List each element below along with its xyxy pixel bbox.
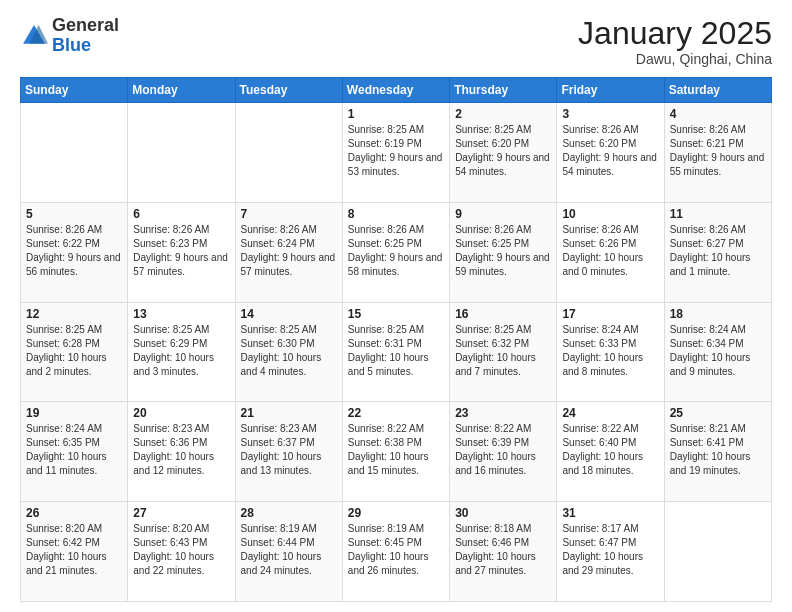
day-cell: 2Sunrise: 8:25 AM Sunset: 6:20 PM Daylig… [450,103,557,203]
day-number: 3 [562,107,658,121]
day-cell: 5Sunrise: 8:26 AM Sunset: 6:22 PM Daylig… [21,202,128,302]
day-number: 13 [133,307,229,321]
day-info: Sunrise: 8:24 AM Sunset: 6:33 PM Dayligh… [562,323,658,379]
day-info: Sunrise: 8:19 AM Sunset: 6:45 PM Dayligh… [348,522,444,578]
weekday-header-monday: Monday [128,78,235,103]
day-info: Sunrise: 8:17 AM Sunset: 6:47 PM Dayligh… [562,522,658,578]
day-info: Sunrise: 8:18 AM Sunset: 6:46 PM Dayligh… [455,522,551,578]
weekday-header-thursday: Thursday [450,78,557,103]
day-info: Sunrise: 8:20 AM Sunset: 6:42 PM Dayligh… [26,522,122,578]
day-cell: 24Sunrise: 8:22 AM Sunset: 6:40 PM Dayli… [557,402,664,502]
day-cell: 31Sunrise: 8:17 AM Sunset: 6:47 PM Dayli… [557,502,664,602]
day-cell: 17Sunrise: 8:24 AM Sunset: 6:33 PM Dayli… [557,302,664,402]
logo: General Blue [20,16,119,56]
day-cell: 7Sunrise: 8:26 AM Sunset: 6:24 PM Daylig… [235,202,342,302]
day-number: 25 [670,406,766,420]
day-info: Sunrise: 8:23 AM Sunset: 6:36 PM Dayligh… [133,422,229,478]
day-cell: 8Sunrise: 8:26 AM Sunset: 6:25 PM Daylig… [342,202,449,302]
day-info: Sunrise: 8:22 AM Sunset: 6:39 PM Dayligh… [455,422,551,478]
weekday-header-friday: Friday [557,78,664,103]
day-cell [235,103,342,203]
week-row-3: 19Sunrise: 8:24 AM Sunset: 6:35 PM Dayli… [21,402,772,502]
day-cell: 15Sunrise: 8:25 AM Sunset: 6:31 PM Dayli… [342,302,449,402]
day-info: Sunrise: 8:22 AM Sunset: 6:38 PM Dayligh… [348,422,444,478]
day-number: 29 [348,506,444,520]
day-cell: 27Sunrise: 8:20 AM Sunset: 6:43 PM Dayli… [128,502,235,602]
day-cell: 30Sunrise: 8:18 AM Sunset: 6:46 PM Dayli… [450,502,557,602]
day-number: 7 [241,207,337,221]
weekday-header-wednesday: Wednesday [342,78,449,103]
day-number: 23 [455,406,551,420]
day-info: Sunrise: 8:25 AM Sunset: 6:19 PM Dayligh… [348,123,444,179]
day-number: 17 [562,307,658,321]
day-number: 28 [241,506,337,520]
day-info: Sunrise: 8:20 AM Sunset: 6:43 PM Dayligh… [133,522,229,578]
day-number: 1 [348,107,444,121]
weekday-header-saturday: Saturday [664,78,771,103]
day-info: Sunrise: 8:25 AM Sunset: 6:28 PM Dayligh… [26,323,122,379]
day-info: Sunrise: 8:21 AM Sunset: 6:41 PM Dayligh… [670,422,766,478]
day-info: Sunrise: 8:24 AM Sunset: 6:34 PM Dayligh… [670,323,766,379]
day-number: 19 [26,406,122,420]
day-cell: 1Sunrise: 8:25 AM Sunset: 6:19 PM Daylig… [342,103,449,203]
day-info: Sunrise: 8:25 AM Sunset: 6:31 PM Dayligh… [348,323,444,379]
day-cell: 19Sunrise: 8:24 AM Sunset: 6:35 PM Dayli… [21,402,128,502]
day-number: 16 [455,307,551,321]
day-cell: 22Sunrise: 8:22 AM Sunset: 6:38 PM Dayli… [342,402,449,502]
day-info: Sunrise: 8:25 AM Sunset: 6:30 PM Dayligh… [241,323,337,379]
day-info: Sunrise: 8:26 AM Sunset: 6:22 PM Dayligh… [26,223,122,279]
day-info: Sunrise: 8:25 AM Sunset: 6:29 PM Dayligh… [133,323,229,379]
page: General Blue January 2025 Dawu, Qinghai,… [0,0,792,612]
logo-text: General Blue [52,16,119,56]
day-cell: 20Sunrise: 8:23 AM Sunset: 6:36 PM Dayli… [128,402,235,502]
logo-general: General [52,15,119,35]
day-number: 30 [455,506,551,520]
day-cell: 29Sunrise: 8:19 AM Sunset: 6:45 PM Dayli… [342,502,449,602]
week-row-4: 26Sunrise: 8:20 AM Sunset: 6:42 PM Dayli… [21,502,772,602]
calendar-table: SundayMondayTuesdayWednesdayThursdayFrid… [20,77,772,602]
day-cell: 4Sunrise: 8:26 AM Sunset: 6:21 PM Daylig… [664,103,771,203]
day-cell: 16Sunrise: 8:25 AM Sunset: 6:32 PM Dayli… [450,302,557,402]
day-info: Sunrise: 8:23 AM Sunset: 6:37 PM Dayligh… [241,422,337,478]
title-block: January 2025 Dawu, Qinghai, China [578,16,772,67]
day-info: Sunrise: 8:24 AM Sunset: 6:35 PM Dayligh… [26,422,122,478]
day-number: 15 [348,307,444,321]
subtitle: Dawu, Qinghai, China [578,51,772,67]
day-number: 22 [348,406,444,420]
week-row-2: 12Sunrise: 8:25 AM Sunset: 6:28 PM Dayli… [21,302,772,402]
day-cell: 25Sunrise: 8:21 AM Sunset: 6:41 PM Dayli… [664,402,771,502]
day-number: 18 [670,307,766,321]
day-number: 20 [133,406,229,420]
day-cell: 18Sunrise: 8:24 AM Sunset: 6:34 PM Dayli… [664,302,771,402]
week-row-1: 5Sunrise: 8:26 AM Sunset: 6:22 PM Daylig… [21,202,772,302]
day-info: Sunrise: 8:26 AM Sunset: 6:26 PM Dayligh… [562,223,658,279]
weekday-header-sunday: Sunday [21,78,128,103]
day-number: 6 [133,207,229,221]
day-number: 27 [133,506,229,520]
day-info: Sunrise: 8:26 AM Sunset: 6:20 PM Dayligh… [562,123,658,179]
day-info: Sunrise: 8:26 AM Sunset: 6:21 PM Dayligh… [670,123,766,179]
day-info: Sunrise: 8:22 AM Sunset: 6:40 PM Dayligh… [562,422,658,478]
day-number: 9 [455,207,551,221]
day-cell: 3Sunrise: 8:26 AM Sunset: 6:20 PM Daylig… [557,103,664,203]
day-number: 2 [455,107,551,121]
logo-blue: Blue [52,35,91,55]
day-number: 31 [562,506,658,520]
day-number: 24 [562,406,658,420]
day-cell [664,502,771,602]
day-cell [128,103,235,203]
day-number: 10 [562,207,658,221]
day-cell: 14Sunrise: 8:25 AM Sunset: 6:30 PM Dayli… [235,302,342,402]
day-cell: 26Sunrise: 8:20 AM Sunset: 6:42 PM Dayli… [21,502,128,602]
day-info: Sunrise: 8:26 AM Sunset: 6:24 PM Dayligh… [241,223,337,279]
day-info: Sunrise: 8:26 AM Sunset: 6:25 PM Dayligh… [455,223,551,279]
day-info: Sunrise: 8:26 AM Sunset: 6:25 PM Dayligh… [348,223,444,279]
day-number: 4 [670,107,766,121]
weekday-header-row: SundayMondayTuesdayWednesdayThursdayFrid… [21,78,772,103]
day-number: 11 [670,207,766,221]
header: General Blue January 2025 Dawu, Qinghai,… [20,16,772,67]
day-number: 8 [348,207,444,221]
day-info: Sunrise: 8:25 AM Sunset: 6:32 PM Dayligh… [455,323,551,379]
day-info: Sunrise: 8:26 AM Sunset: 6:27 PM Dayligh… [670,223,766,279]
day-cell: 21Sunrise: 8:23 AM Sunset: 6:37 PM Dayli… [235,402,342,502]
